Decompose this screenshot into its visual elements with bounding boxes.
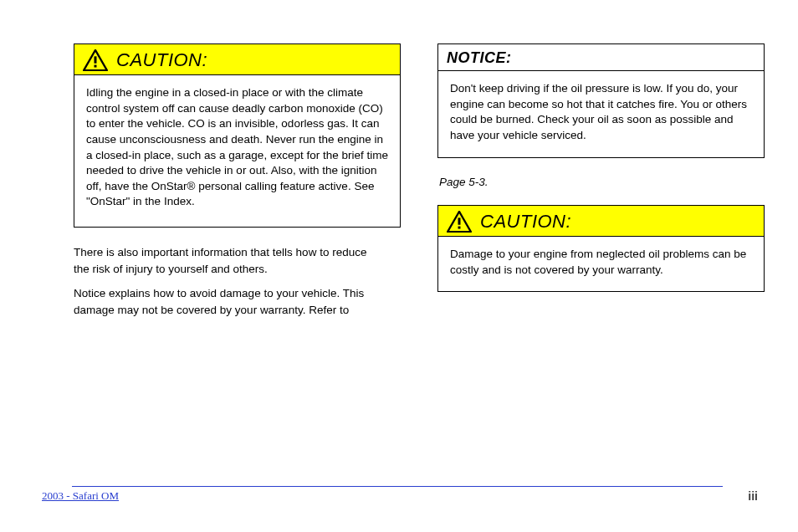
caution-box-right: CAUTION: Damage to your engine from negl… (437, 205, 765, 292)
caution-body-left: Idling the engine in a closed-in place o… (74, 75, 400, 227)
footer-rule (72, 486, 723, 487)
page-number: iii (748, 489, 758, 503)
page-reference: Page 5-3. (437, 175, 765, 191)
caution-title-left: CAUTION: (116, 49, 207, 71)
notice-header: NOTICE: (438, 44, 764, 71)
prose-paragraph-1: There is also important information that… (74, 244, 383, 277)
notice-box: NOTICE: Don't keep driving if the oil pr… (437, 43, 765, 158)
warning-triangle-icon (447, 211, 472, 233)
svg-rect-4 (458, 217, 461, 224)
svg-rect-1 (95, 56, 97, 63)
caution-title-right: CAUTION: (480, 211, 571, 233)
svg-rect-5 (458, 227, 461, 229)
caution-header-left: CAUTION: (74, 44, 400, 75)
warning-triangle-icon (83, 49, 108, 71)
notice-body: Don't keep driving if the oil pressure i… (438, 71, 764, 157)
footer-document-link[interactable]: 2003 - Safari OM (42, 489, 119, 503)
caution-left-text: Idling the engine in a closed-in place o… (86, 86, 388, 207)
caution-body-right: Damage to your engine from neglected oil… (438, 237, 764, 291)
caution-header-right: CAUTION: (438, 206, 764, 237)
notice-title: NOTICE: (447, 49, 512, 67)
svg-rect-2 (95, 65, 97, 68)
prose-paragraph-2: Notice explains how to avoid damage to y… (74, 285, 383, 318)
caution-box-left: CAUTION: Idling the engine in a closed-i… (74, 43, 401, 228)
